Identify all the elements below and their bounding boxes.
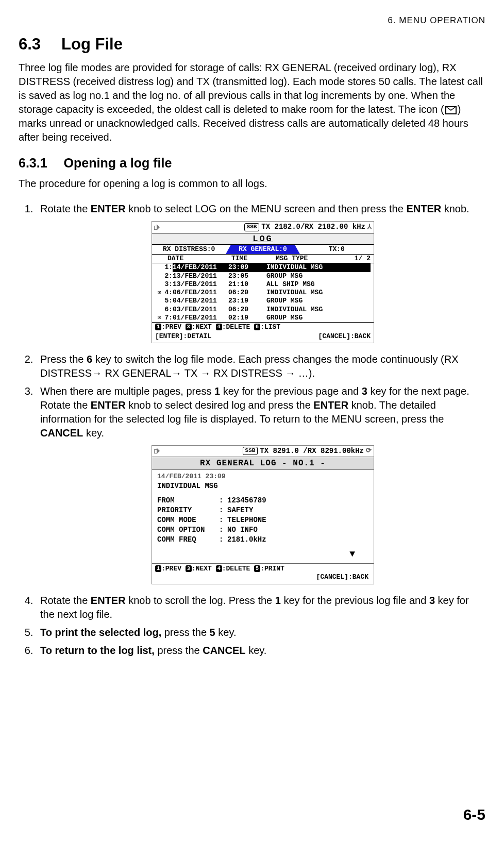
cancel-back-hint: [CANCEL]:BACK	[318, 332, 371, 341]
section-title: Log File	[61, 35, 123, 53]
row-time: 23:09	[228, 263, 266, 272]
row-msg: GROUP MSG	[266, 297, 371, 305]
step6-b: press the	[155, 645, 203, 656]
field-value: SAFETY	[227, 506, 253, 515]
step-4: Rotate the ENTER knob to scroll the log.…	[36, 594, 485, 621]
ssb-badge: SSB	[244, 223, 260, 231]
keycap-4: 4	[216, 565, 222, 572]
row-time: 23:19	[228, 297, 266, 305]
field-label: COMM OPTION	[157, 525, 219, 535]
speaker-icon	[154, 224, 161, 230]
step5-c: key.	[215, 627, 237, 638]
enter-knob-4: ENTER	[313, 399, 348, 411]
steps-list: Rotate the ENTER knob to select LOG on t…	[19, 202, 485, 658]
screen1-footer2: [ENTER]:DETAIL [CANCEL]:BACK	[152, 332, 374, 342]
section-heading: 6.3Log File	[19, 35, 485, 54]
row-date: 14/FEB/2011	[173, 263, 228, 272]
key-3: 3	[362, 385, 367, 397]
field-row: FROM:123456789	[157, 496, 368, 506]
row-num: 6:	[163, 306, 173, 314]
field-label: PRIORITY	[157, 506, 219, 515]
field-row: COMM MODE:TELEPHONE	[157, 515, 368, 525]
enter-knob: ENTER	[91, 203, 126, 214]
key-1-b: 1	[275, 595, 281, 606]
log-detail-screen: SSB TX 8291.0 /RX 8291.00kHz ⟳ RX GENERA…	[152, 445, 374, 584]
intro-paragraph: Three log file modes are provided for st…	[19, 61, 485, 144]
intro-text-a: Three log file modes are provided for st…	[19, 62, 483, 115]
step-5: To print the selected log, press the 5 k…	[36, 626, 485, 640]
subsection-intro: The procedure for opening a log is commo…	[19, 177, 485, 191]
row-msg: ALL SHIP MSG	[266, 280, 371, 289]
page: 6. MENU OPERATION 6.3Log File Three log …	[0, 0, 504, 841]
softkey-delete: :DELETE	[222, 565, 254, 573]
step3-f: key.	[83, 427, 104, 439]
row-msg: INDIVIDUAL MSG	[266, 306, 371, 314]
log-row[interactable]: ✉ 4: 06/FEB/2011 06:20 INDIVIDUAL MSG	[155, 289, 371, 297]
screen1-statusbar: SSB TX 2182.0/RX 2182.00 kHz ⅄	[152, 222, 374, 233]
log-row[interactable]: 5: 04/FEB/2011 23:19 GROUP MSG	[155, 297, 371, 305]
field-value: 2181.0kHz	[227, 535, 266, 545]
section-number: 6.3	[19, 35, 41, 54]
row-date: 06/FEB/2011	[173, 289, 228, 297]
field-label: FROM	[157, 496, 219, 506]
field-row: COMM OPTION:NO INFO	[157, 525, 368, 535]
row-date: 01/FEB/2011	[173, 314, 228, 322]
field-value: NO INFO	[227, 525, 258, 535]
enter-detail-hint: [ENTER]:DETAIL	[155, 332, 211, 341]
row-date: 13/FEB/2011	[173, 272, 228, 280]
row-date: 13/FEB/2011	[173, 280, 228, 289]
screen1-softkeys: 1:PREV 3:NEXT 4:DELETE 6:LIST	[152, 322, 374, 332]
log-list-screen: SSB TX 2182.0/RX 2182.00 kHz ⅄ LOG RX DI…	[152, 221, 374, 343]
step6-c: key.	[246, 645, 267, 656]
field-value: TELEPHONE	[227, 515, 266, 525]
screen1-columns: DATE TIME MSG TYPE 1/ 2	[152, 255, 374, 263]
subsection-title: Opening a log file	[64, 156, 172, 170]
keycap-6: 6	[254, 324, 260, 330]
step-3: When there are multiple pages, press 1 k…	[36, 384, 485, 584]
step1-c: knob.	[441, 203, 469, 214]
screen2-statusbar: SSB TX 8291.0 /RX 8291.00kHz ⟳	[152, 446, 374, 457]
scroll-down-icon[interactable]: ▼	[157, 545, 368, 562]
softkey-next: :NEXT	[192, 323, 216, 331]
key-1: 1	[214, 385, 220, 397]
tab-tx[interactable]: TX:0	[300, 245, 374, 254]
softkey-list: :LIST	[260, 323, 280, 331]
softkey-next: :NEXT	[192, 565, 216, 573]
softkey-print: :PRINT	[260, 565, 284, 573]
field-value: 123456789	[227, 496, 266, 506]
row-date: 04/FEB/2011	[173, 297, 228, 305]
field-row: COMM FREQ:2181.0kHz	[157, 535, 368, 545]
key-3-b: 3	[429, 595, 435, 606]
subsection-number: 6.3.1	[19, 156, 47, 171]
step4-a: Rotate the	[40, 595, 91, 606]
step4-c: key for the previous log file and	[281, 595, 429, 606]
row-num: 3:	[163, 280, 173, 289]
row-num: 7:	[163, 314, 173, 322]
col-time: TIME	[231, 255, 276, 263]
tab-rx-distress[interactable]: RX DISTRESS:0	[152, 245, 226, 254]
tab-rx-general[interactable]: RX GENERAL:0	[226, 245, 299, 254]
row-num: 2:	[163, 272, 173, 280]
log-row[interactable]: 1: 14/FEB/2011 23:09 INDIVIDUAL MSG	[155, 263, 371, 272]
col-date: DATE	[155, 255, 231, 263]
log-row[interactable]: ✉ 7: 01/FEB/2011 02:19 GROUP MSG	[155, 314, 371, 322]
log-row[interactable]: 6: 03/FEB/2011 06:20 INDIVIDUAL MSG	[155, 306, 371, 314]
keycap-1: 1	[155, 565, 161, 572]
col-msgtype: MSG TYPE	[276, 255, 348, 263]
step3-b: key for the previous page and	[220, 385, 362, 397]
speaker-icon	[154, 448, 161, 454]
log-row[interactable]: 2: 13/FEB/2011 23:05 GROUP MSG	[155, 272, 371, 280]
step-6: To return to the log list, press the CAN…	[36, 644, 485, 658]
step2-a: Press the	[40, 354, 87, 365]
envelope-icon	[445, 106, 457, 114]
key-6: 6	[87, 354, 92, 365]
row-num: 4:	[163, 289, 173, 297]
screen2-title: RX GENERAL LOG - NO.1 -	[152, 457, 374, 470]
row-time: 21:10	[228, 280, 266, 289]
step3-d: knob to select desired log and press the	[126, 399, 314, 411]
log-row[interactable]: 3: 13/FEB/2011 21:10 ALL SHIP MSG	[155, 280, 371, 289]
log-datetime: 14/FEB/2011 23:09	[157, 472, 368, 481]
screen1-title: LOG	[152, 233, 374, 245]
field-label: COMM MODE	[157, 515, 219, 525]
cancel-key-2: CANCEL	[203, 645, 245, 656]
